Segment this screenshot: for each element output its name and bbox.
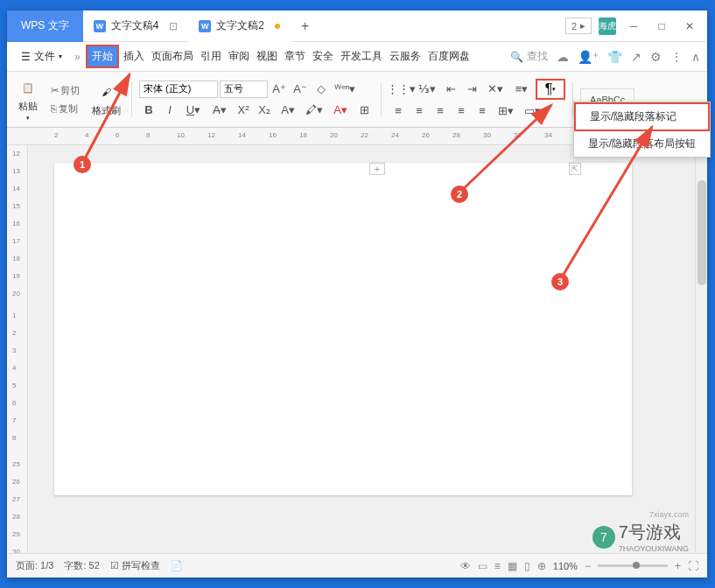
menu-tab-section[interactable]: 章节 — [282, 46, 308, 67]
ruler-vertical: 12 13 14 15 16 17 18 19 20 1 2 3 4 5 6 7… — [7, 145, 28, 553]
add-tab-button[interactable]: + — [291, 18, 319, 34]
menu-tab-pagelayout[interactable]: 页面布局 — [149, 46, 196, 67]
fullscreen-icon[interactable]: ⛶ — [688, 560, 698, 572]
font-size-select[interactable] — [220, 80, 268, 98]
font-name-select[interactable] — [139, 80, 218, 98]
menu-tab-references[interactable]: 引用 — [198, 46, 224, 67]
page-count[interactable]: 页面: 1/3 — [16, 559, 53, 572]
strikethrough-button[interactable]: A̶▾ — [207, 101, 232, 120]
user-icon[interactable]: 👤⁺ — [578, 50, 599, 64]
menu-tab-security[interactable]: 安全 — [310, 46, 336, 67]
zoom-slider[interactable] — [598, 564, 668, 567]
view-web-icon[interactable]: ▦ — [508, 560, 517, 572]
menu-tab-review[interactable]: 审阅 — [226, 46, 252, 67]
align-left-button[interactable]: ≡ — [389, 102, 408, 121]
increase-indent-button[interactable]: ⇥ — [462, 80, 481, 99]
expand-corner-icon[interactable]: ⇱ — [569, 163, 581, 175]
phonetic-button[interactable]: ⊞ — [354, 101, 374, 120]
statusbar: 页面: 1/3 字数: 52 ☑ 拼写检查 📄 👁 ▭ ≡ ▦ ▯ ⊕ 110%… — [7, 553, 707, 578]
vertical-scrollbar[interactable] — [695, 145, 707, 553]
view-outline-icon[interactable]: ≡ — [494, 560, 501, 572]
menu-tab-view[interactable]: 视图 — [254, 46, 280, 67]
bold-button[interactable]: B — [139, 101, 158, 120]
tab-close-icon[interactable]: ⊡ — [169, 20, 178, 32]
cloud-icon[interactable]: ☁ — [557, 50, 569, 64]
paragraph-marks-button[interactable]: ¶▾ — [536, 79, 565, 100]
format-painter-button[interactable]: 🖌 格式刷 — [88, 80, 124, 119]
more-icon[interactable]: ⋮ — [670, 50, 683, 64]
zoom-out-button[interactable]: − — [585, 560, 591, 572]
add-element-button[interactable]: + — [369, 163, 385, 175]
tab-label: 文字文稿2 — [216, 18, 264, 33]
bullets-button[interactable]: ⋮⋮▾ — [389, 80, 413, 99]
copy-button[interactable]: ⎘复制 — [47, 101, 83, 117]
menu-tab-devtools[interactable]: 开发工具 — [338, 46, 385, 67]
menubar: ☰文件▾ » 开始 插入 页面布局 引用 审阅 视图 章节 安全 开发工具 云服… — [7, 42, 707, 72]
menu-tab-home[interactable]: 开始 — [86, 45, 119, 68]
line-spacing-button[interactable]: ≡▾ — [509, 80, 534, 99]
app-tab[interactable]: WPS 文字 — [7, 10, 83, 42]
word-count[interactable]: 字数: 52 — [64, 559, 99, 572]
share-icon[interactable]: ↗ — [631, 50, 641, 64]
align-justify-button[interactable]: ≡ — [452, 102, 471, 121]
toggle-layout-buttons-item[interactable]: 显示/隐藏段落布局按钮 — [574, 131, 710, 157]
minimize-button[interactable]: ─ — [623, 16, 644, 37]
settings-icon[interactable]: ⚙ — [650, 50, 662, 64]
document-tab-2[interactable]: W 文字文稿2 — [188, 10, 291, 42]
text-effects-button[interactable]: A▾ — [276, 101, 300, 120]
scroll-thumb[interactable] — [697, 180, 706, 285]
numbering-button[interactable]: ⅓▾ — [415, 80, 439, 99]
pilcrow-icon: ¶ — [545, 81, 553, 97]
zoom-level[interactable]: 110% — [553, 561, 578, 571]
clear-format-button[interactable]: ◇ — [312, 80, 331, 99]
annotation-badge-1: 1 — [74, 156, 91, 173]
search-box[interactable]: 🔍 查找 — [510, 49, 548, 64]
cut-button[interactable]: ✂剪切 — [47, 82, 83, 99]
copy-icon: ⎘ — [51, 103, 57, 114]
doc-icon: W — [94, 20, 106, 32]
shading-button[interactable]: ▭▾ — [520, 102, 544, 121]
align-distribute-button[interactable]: ≡ — [473, 102, 492, 121]
eye-icon[interactable]: 👁 — [460, 560, 471, 572]
view-print-icon[interactable]: ▭ — [478, 560, 487, 572]
menu-tab-cloud[interactable]: 云服务 — [387, 46, 424, 67]
zoom-in-button[interactable]: + — [675, 560, 681, 572]
decrease-indent-button[interactable]: ⇤ — [441, 80, 460, 99]
close-button[interactable]: ✕ — [679, 16, 700, 37]
superscript-button[interactable]: X² — [234, 101, 253, 120]
zoom-fit-icon[interactable]: ⊕ — [537, 560, 546, 572]
search-icon: 🔍 — [510, 51, 523, 63]
page-canvas[interactable]: + ⇱ — [28, 145, 695, 553]
maximize-button[interactable]: □ — [651, 16, 672, 37]
subscript-button[interactable]: X₂ — [255, 101, 274, 120]
annotation-badge-2: 2 — [451, 186, 468, 203]
file-menu[interactable]: ☰文件▾ — [14, 46, 69, 67]
italic-button[interactable]: I — [160, 101, 179, 120]
font-color-button[interactable]: A▾ — [328, 101, 353, 120]
underline-button[interactable]: U▾ — [181, 101, 206, 120]
toggle-paragraph-marks-item[interactable]: 显示/隐藏段落标记 — [574, 102, 710, 131]
highlight-button[interactable]: 🖍▾ — [302, 101, 326, 120]
doc-check-icon[interactable]: 📄 — [171, 560, 183, 571]
skin-icon[interactable]: 👕 — [607, 50, 622, 64]
paste-button[interactable]: 📋 粘贴▾ — [14, 75, 42, 123]
align-center-button[interactable]: ≡ — [410, 102, 429, 121]
collapse-icon[interactable]: ∧ — [691, 50, 700, 64]
document-page[interactable] — [54, 163, 632, 495]
document-tab-1[interactable]: W 文字文稿4 ⊡ — [83, 10, 189, 42]
decrease-font-button[interactable]: A⁻ — [291, 80, 310, 99]
doc-icon: W — [199, 20, 211, 32]
menu-tab-insert[interactable]: 插入 — [121, 46, 147, 67]
user-avatar[interactable]: 海虎 — [599, 18, 616, 35]
tab-label: 文字文稿4 — [111, 18, 159, 33]
menu-tab-baidu[interactable]: 百度网盘 — [425, 46, 473, 67]
change-case-button[interactable]: ᵂᵉⁿ▾ — [333, 80, 357, 99]
increase-font-button[interactable]: A⁺ — [270, 80, 289, 99]
view-read-icon[interactable]: ▯ — [524, 560, 530, 572]
text-direction-button[interactable]: ✕▾ — [483, 80, 508, 99]
brush-icon: 🖌 — [96, 81, 117, 102]
tab-settings-button[interactable]: ⊞▾ — [494, 102, 518, 121]
page-indicator[interactable]: 2▸ — [565, 18, 592, 34]
spellcheck-toggle[interactable]: ☑ 拼写检查 — [110, 559, 160, 572]
align-right-button[interactable]: ≡ — [431, 102, 450, 121]
